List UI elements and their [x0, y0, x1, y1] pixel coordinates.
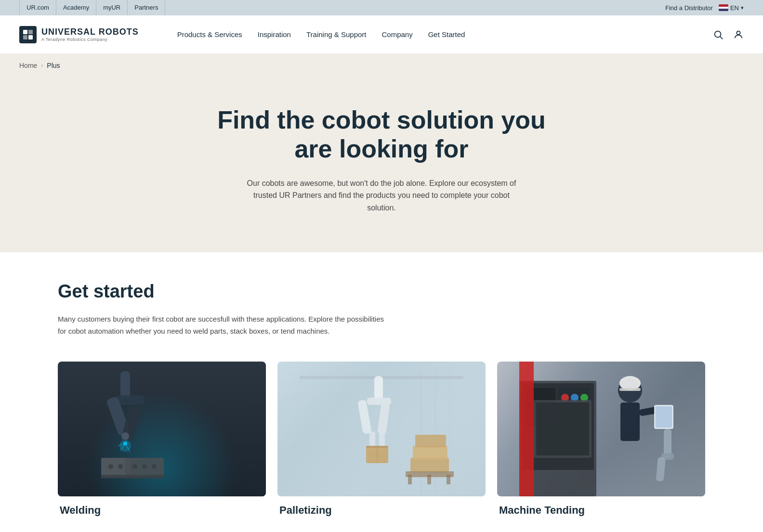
main-nav: Products & Services Inspiration Training… [177, 26, 465, 42]
svg-rect-32 [377, 402, 390, 435]
nav-inspiration[interactable]: Inspiration [258, 26, 291, 42]
hero-title: Find the cobot solution you are looking … [213, 106, 550, 164]
main-content: Get started Many customers buying their … [0, 252, 763, 532]
svg-rect-39 [413, 446, 447, 459]
hero-description: Our cobots are awesome, but won't do the… [242, 177, 521, 214]
svg-rect-36 [366, 446, 388, 448]
card-palletizing[interactable]: Palletizing [277, 362, 486, 517]
svg-point-6 [737, 31, 740, 34]
svg-rect-57 [619, 388, 641, 391]
card-image-welding [58, 362, 266, 496]
svg-rect-64 [656, 457, 666, 481]
top-bar: UR.com Academy myUR Partners Find a Dist… [0, 0, 763, 15]
topbar-link-academy[interactable]: Academy [56, 0, 96, 15]
svg-point-11 [121, 432, 129, 440]
svg-rect-25 [420, 371, 422, 496]
header-icons [713, 29, 744, 40]
card-welding[interactable]: Welding [58, 362, 266, 517]
header: UNIVERSAL ROBOTS A Teradyne Robotics Com… [0, 15, 763, 54]
topbar-link-myur[interactable]: myUR [96, 0, 128, 15]
card-label-machine-tending: Machine Tending [497, 504, 705, 517]
language-label: EN [730, 4, 739, 12]
nav-products[interactable]: Products & Services [177, 26, 242, 42]
logo-icon [19, 26, 37, 43]
breadcrumb-home[interactable]: Home [19, 62, 37, 69]
svg-rect-26 [434, 371, 436, 496]
search-button[interactable] [713, 29, 724, 40]
top-bar-right: Find a Distributor EN ▾ [665, 4, 744, 12]
svg-rect-58 [620, 402, 640, 441]
svg-rect-0 [23, 30, 27, 34]
svg-rect-38 [410, 458, 449, 472]
nav-get-started[interactable]: Get Started [428, 26, 465, 42]
card-image-machine [497, 362, 705, 496]
flag-icon [719, 4, 728, 11]
svg-point-4 [715, 31, 721, 37]
user-button[interactable] [733, 29, 744, 40]
svg-rect-2 [23, 35, 27, 39]
svg-rect-61 [656, 406, 672, 428]
cards-grid: Welding [58, 362, 705, 517]
svg-rect-44 [447, 475, 450, 484]
breadcrumb: Home › Plus [0, 54, 763, 77]
card-image-palletizing [277, 362, 486, 496]
nav-training[interactable]: Training & Support [306, 26, 367, 42]
card-label-palletizing: Palletizing [277, 504, 486, 517]
section-description: Many customers buying their first cobot … [58, 313, 385, 337]
find-distributor-link[interactable]: Find a Distributor [665, 4, 713, 12]
chevron-down-icon: ▾ [741, 5, 744, 11]
svg-rect-43 [427, 475, 431, 484]
section-title: Get started [58, 281, 705, 302]
language-selector[interactable]: EN ▾ [719, 4, 744, 12]
card-label-welding: Welding [58, 504, 266, 517]
svg-rect-40 [415, 435, 446, 447]
svg-rect-52 [519, 362, 534, 496]
card-machine-tending[interactable]: Machine Tending [497, 362, 705, 517]
breadcrumb-current: Plus [47, 62, 60, 69]
breadcrumb-separator: › [41, 62, 43, 69]
svg-line-5 [720, 37, 723, 39]
logo-text: UNIVERSAL ROBOTS A Teradyne Robotics Com… [41, 27, 139, 42]
topbar-link-partners[interactable]: Partners [128, 0, 165, 15]
nav-company[interactable]: Company [382, 26, 412, 42]
logo-sub-text: A Teradyne Robotics Company [41, 37, 139, 42]
hero-section: Find the cobot solution you are looking … [0, 77, 763, 252]
logo-main-text: UNIVERSAL ROBOTS [41, 27, 139, 37]
svg-rect-19 [101, 475, 164, 479]
svg-rect-42 [408, 475, 412, 484]
svg-rect-54 [536, 402, 589, 455]
svg-rect-29 [374, 376, 383, 400]
top-bar-links: UR.com Academy myUR Partners [19, 0, 165, 15]
topbar-link-urcom[interactable]: UR.com [19, 0, 56, 15]
logo[interactable]: UNIVERSAL ROBOTS A Teradyne Robotics Com… [19, 26, 139, 43]
svg-rect-1 [28, 30, 33, 34]
svg-rect-3 [28, 35, 33, 39]
